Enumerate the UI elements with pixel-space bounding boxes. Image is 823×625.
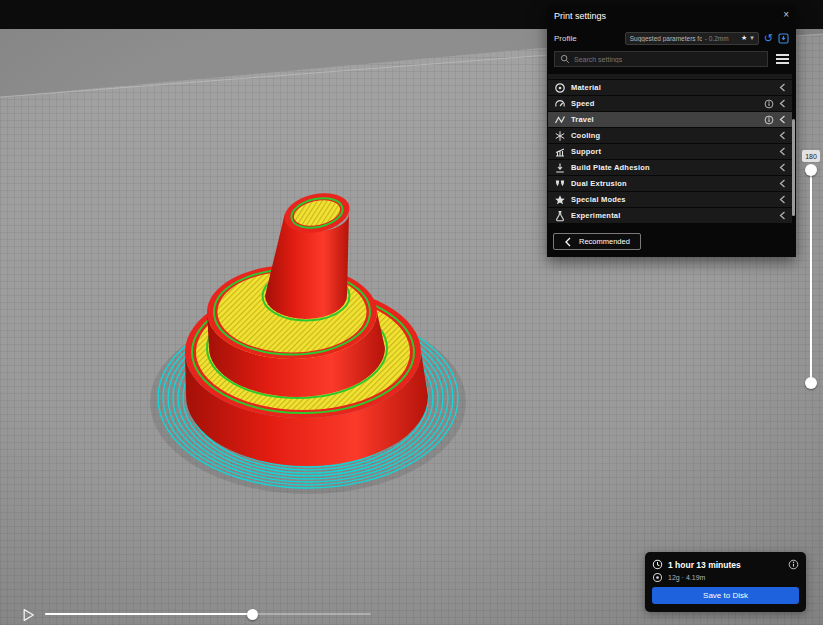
simulation-slider-handle[interactable] bbox=[247, 609, 258, 620]
special-modes-icon bbox=[554, 194, 566, 206]
chevron-icon bbox=[779, 115, 786, 124]
play-icon[interactable] bbox=[22, 608, 35, 622]
recommended-label: Recommended bbox=[579, 237, 630, 246]
info-icon[interactable] bbox=[764, 115, 774, 125]
search-box[interactable] bbox=[554, 51, 768, 67]
dual-extrusion-icon bbox=[554, 178, 566, 190]
panel-scrollbar[interactable] bbox=[792, 119, 795, 216]
settings-category-material[interactable]: Material bbox=[548, 80, 792, 95]
favorite-star-icon[interactable]: ★ bbox=[741, 34, 747, 42]
settings-menu-icon[interactable] bbox=[776, 52, 789, 66]
save-to-disk-button[interactable]: Save to Disk bbox=[652, 587, 799, 604]
settings-category-special-modes[interactable]: Special Modes bbox=[548, 192, 792, 207]
clock-icon bbox=[652, 559, 663, 570]
settings-category-cooling[interactable]: Cooling bbox=[548, 128, 792, 143]
chevron-icon bbox=[779, 163, 786, 172]
close-icon[interactable]: × bbox=[783, 10, 789, 20]
profile-layer-height: - 0.2mm bbox=[705, 35, 729, 42]
profile-dropdown[interactable]: Suggested parameters for P... - 0.2mm ★ … bbox=[625, 32, 759, 45]
layer-slider-bottom-handle[interactable] bbox=[805, 377, 817, 389]
chevron-left-icon bbox=[564, 237, 572, 247]
settings-category-partial[interactable] bbox=[548, 74, 792, 79]
chevron-down-icon: ▾ bbox=[750, 34, 754, 42]
info-icon[interactable] bbox=[764, 99, 774, 109]
model-top-tier bbox=[265, 188, 353, 319]
speed-icon bbox=[554, 98, 566, 110]
simulation-slider-fill bbox=[45, 613, 253, 615]
print-time: 1 hour 13 minutes bbox=[668, 560, 741, 570]
chevron-icon bbox=[779, 195, 786, 204]
material-icon bbox=[554, 82, 566, 94]
filament-spool-icon bbox=[652, 572, 663, 583]
chevron-icon bbox=[779, 83, 786, 92]
profile-value: Suggested parameters for P... bbox=[630, 35, 702, 42]
profile-label: Profile bbox=[554, 34, 577, 43]
profile-sync-icon[interactable] bbox=[778, 33, 789, 44]
current-layer-badge: 180 bbox=[802, 150, 820, 162]
chevron-icon bbox=[779, 99, 786, 108]
material-usage: 12g · 4.19m bbox=[668, 574, 705, 581]
settings-category-experimental[interactable]: Experimental bbox=[548, 208, 792, 223]
3d-viewport[interactable]: Print settings × Profile Suggested param… bbox=[0, 0, 823, 625]
chevron-icon bbox=[779, 179, 786, 188]
reset-profile-icon[interactable]: ↺ bbox=[764, 33, 773, 44]
print-job-panel: 1 hour 13 minutes 12g · 4.19m Save to Di… bbox=[645, 552, 806, 612]
print-time-row: 1 hour 13 minutes bbox=[652, 559, 799, 570]
panel-header: Print settings × bbox=[547, 4, 796, 28]
settings-category-travel[interactable]: Travel bbox=[548, 112, 792, 127]
info-icon[interactable] bbox=[788, 559, 799, 570]
build-plate-adhesion-icon bbox=[554, 162, 566, 174]
travel-icon bbox=[554, 114, 566, 126]
cooling-icon bbox=[554, 130, 566, 142]
material-usage-row: 12g · 4.19m bbox=[652, 572, 799, 583]
search-row bbox=[547, 48, 796, 70]
chevron-icon bbox=[779, 147, 786, 156]
search-icon bbox=[560, 54, 570, 64]
settings-category-support[interactable]: Support bbox=[548, 144, 792, 159]
profile-row: Profile Suggested parameters for P... - … bbox=[547, 28, 796, 48]
panel-title: Print settings bbox=[554, 11, 606, 21]
settings-category-speed[interactable]: Speed bbox=[548, 96, 792, 111]
layer-slider-top-handle[interactable] bbox=[805, 164, 817, 176]
experimental-icon bbox=[554, 210, 566, 222]
chevron-icon bbox=[779, 131, 786, 140]
settings-category-dual-extrusion[interactable]: Dual Extrusion bbox=[548, 176, 792, 191]
chevron-icon bbox=[779, 211, 786, 220]
simulation-slider-track[interactable] bbox=[45, 613, 371, 615]
print-settings-panel: Print settings × Profile Suggested param… bbox=[547, 4, 796, 257]
settings-category-list: Material Speed bbox=[547, 74, 796, 223]
settings-category-build-plate-adhesion[interactable]: Build Plate Adhesion bbox=[548, 160, 792, 175]
layer-slider-track[interactable] bbox=[810, 170, 812, 383]
recommended-button[interactable]: Recommended bbox=[553, 233, 641, 250]
search-input[interactable] bbox=[574, 56, 762, 63]
support-icon bbox=[554, 146, 566, 158]
